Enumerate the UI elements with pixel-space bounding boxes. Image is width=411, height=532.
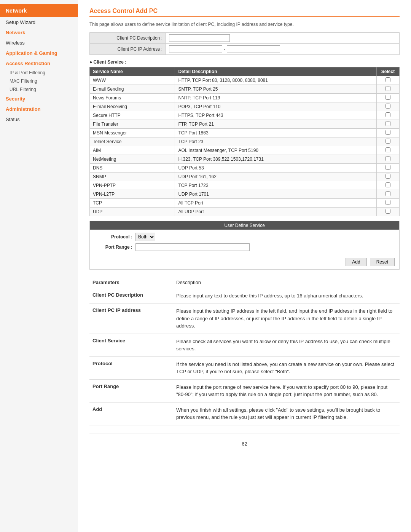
service-checkbox[interactable] (386, 112, 390, 117)
col-detail-desc: Detail Description (175, 67, 377, 76)
sidebar-item-app-gaming[interactable]: Application & Gaming (0, 48, 78, 58)
sidebar-item-wireless[interactable]: Wireless (0, 38, 78, 48)
page-number: 62 (242, 441, 247, 447)
main-content: Access Control Add PC This page allows u… (78, 0, 411, 532)
service-table: Service Name Detail Description Select W… (89, 67, 400, 216)
sidebar-item-mac-filtering[interactable]: MAC Filtering (0, 77, 78, 85)
service-name-cell: VPN-PPTP (90, 181, 175, 190)
table-row: Secure HTTPHTTPS, TCP Port 443 (90, 111, 400, 120)
sidebar-item-setup-wizard[interactable]: Setup Wizard (0, 17, 78, 27)
client-pc-desc-label: Client PC Description : (90, 33, 166, 44)
param-name-cell: Client Service (89, 334, 173, 356)
service-checkbox[interactable] (386, 165, 390, 170)
page-title: Access Control Add PC (89, 8, 400, 17)
service-name-cell: NetMeeting (90, 155, 175, 164)
service-desc-cell: All TCP Port (175, 199, 377, 208)
table-row: SNMPUDP Port 161, 162 (90, 173, 400, 181)
desc-col-header: Description (173, 277, 400, 288)
param-desc-cell: Please input the starting IP address in … (173, 304, 400, 334)
service-desc-cell: UDP Port 161, 162 (175, 173, 377, 181)
param-name-cell: Add (89, 402, 173, 425)
param-desc-cell: Please check all services you want to al… (173, 334, 400, 356)
sidebar-item-access-restriction[interactable]: Access Restriction (0, 58, 78, 69)
param-name-cell: Client PC IP address (89, 304, 173, 334)
sidebar-item-security[interactable]: Security (0, 94, 78, 104)
table-row: DNSUDP Port 53 (90, 164, 400, 173)
service-checkbox[interactable] (386, 200, 390, 205)
sidebar-item-status[interactable]: Status (0, 114, 78, 125)
service-select-cell (377, 85, 400, 94)
service-name-cell: UDP (90, 208, 175, 216)
sidebar-item-ip-port[interactable]: IP & Port Filtering (0, 69, 78, 77)
service-select-cell (377, 199, 400, 208)
service-desc-cell: NNTP, TCP Port 119 (175, 94, 377, 102)
protocol-select[interactable]: Both TCP UDP (135, 233, 155, 241)
client-pc-form: Client PC Description : Client PC IP Add… (89, 32, 400, 55)
service-select-cell (377, 94, 400, 102)
page-desc: This page allows users to define service… (89, 22, 400, 27)
param-col-header: Parameters (89, 277, 173, 288)
service-select-cell (377, 102, 400, 111)
service-checkbox[interactable] (386, 174, 390, 179)
param-desc-cell: If the service you need is not listed ab… (173, 356, 400, 379)
service-select-cell (377, 173, 400, 181)
param-desc-cell: Please input any text to describe this I… (173, 288, 400, 304)
param-row: Client ServicePlease check all services … (89, 334, 400, 356)
service-checkbox[interactable] (386, 191, 390, 196)
param-desc-cell: When you finish with all settings, pleas… (173, 402, 400, 425)
service-select-cell (377, 111, 400, 120)
service-desc-cell: HTTPS, TCP Port 443 (175, 111, 377, 120)
service-name-cell: E-mail Sending (90, 85, 175, 94)
service-checkbox[interactable] (386, 104, 390, 109)
table-row: UDPAll UDP Port (90, 208, 400, 216)
service-desc-cell: TCP Port 1723 (175, 181, 377, 190)
service-checkbox[interactable] (386, 209, 390, 214)
service-select-cell (377, 155, 400, 164)
table-row: NetMeetingH.323, TCP Port 389,522,1503,1… (90, 155, 400, 164)
service-name-cell: MSN Messenger (90, 129, 175, 137)
param-desc-cell: Please input the port range of new servi… (173, 379, 400, 402)
user-define-header: User Define Service (90, 221, 399, 230)
service-checkbox[interactable] (386, 77, 390, 82)
service-desc-cell: All UDP Port (175, 208, 377, 216)
service-select-cell (377, 164, 400, 173)
sidebar-item-url-filtering[interactable]: URL Filtering (0, 85, 78, 94)
client-pc-ip-start[interactable] (169, 45, 222, 53)
sidebar-header-label: Network (6, 8, 27, 14)
service-checkbox[interactable] (386, 130, 390, 135)
service-select-cell (377, 120, 400, 129)
col-select: Select (377, 67, 400, 76)
service-checkbox[interactable] (386, 156, 390, 161)
service-checkbox[interactable] (386, 147, 390, 152)
client-service-label: ● Client Service : (89, 59, 400, 65)
table-row: Telnet ServiceTCP Port 23 (90, 137, 400, 146)
client-pc-ip-label: Client PC IP Address : (90, 44, 166, 55)
table-row: VPN-PPTPTCP Port 1723 (90, 181, 400, 190)
service-name-cell: Telnet Service (90, 137, 175, 146)
port-range-input[interactable] (135, 243, 250, 251)
protocol-label: Protocol : (94, 234, 132, 240)
service-select-cell (377, 137, 400, 146)
service-checkbox[interactable] (386, 121, 390, 126)
service-name-cell: E-mail Receiving (90, 102, 175, 111)
service-checkbox[interactable] (386, 182, 390, 187)
service-select-cell (377, 181, 400, 190)
user-define-form: Protocol : Both TCP UDP Port Range : (90, 230, 399, 256)
client-pc-ip-end[interactable] (227, 45, 280, 53)
port-range-label: Port Range : (94, 244, 132, 250)
sidebar-item-administration[interactable]: Administration (0, 104, 78, 114)
service-checkbox[interactable] (386, 86, 390, 91)
service-name-cell: WWW (90, 76, 175, 85)
reset-button[interactable]: Reset (370, 258, 395, 266)
user-define-section: User Define Service Protocol : Both TCP … (89, 221, 400, 270)
service-desc-cell: UDP Port 53 (175, 164, 377, 173)
add-button[interactable]: Add (346, 258, 366, 266)
param-name-cell: Client PC Description (89, 288, 173, 304)
service-checkbox[interactable] (386, 139, 390, 144)
service-checkbox[interactable] (386, 95, 390, 100)
client-pc-desc-input[interactable] (169, 34, 230, 42)
sidebar-header-top: Network (0, 4, 78, 17)
sidebar-item-network[interactable]: Network (0, 27, 78, 38)
table-row: VPN-L2TPUDP Port 1701 (90, 190, 400, 199)
table-row: MSN MessengerTCP Port 1863 (90, 129, 400, 137)
